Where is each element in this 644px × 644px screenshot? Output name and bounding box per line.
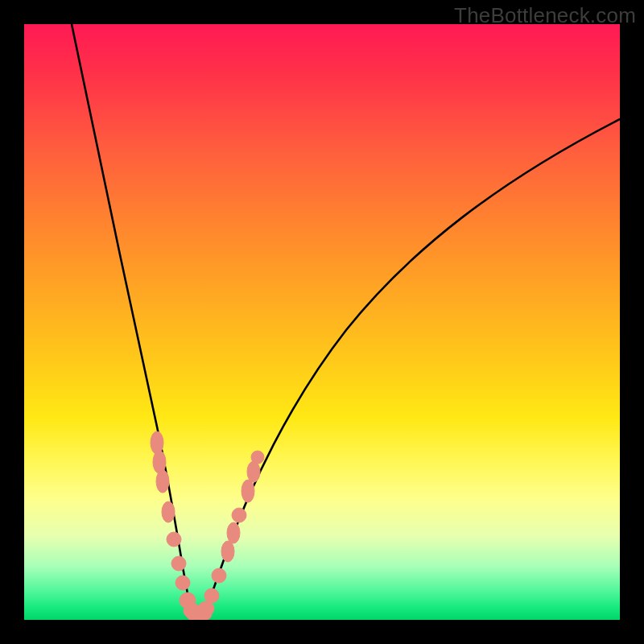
curve-layer [24, 24, 620, 620]
marker-dot [167, 532, 181, 547]
marker-dot [227, 522, 240, 543]
marker-dot [212, 568, 226, 583]
marker-dot [221, 541, 234, 562]
outer-frame: TheBottleneck.com [0, 0, 644, 644]
curve-right [203, 119, 620, 620]
marker-dot [247, 461, 260, 482]
marker-dot [204, 588, 219, 603]
marker-dot [251, 451, 264, 464]
curve-left [72, 24, 193, 620]
marker-dot [156, 470, 169, 493]
marker-dot [175, 576, 190, 590]
marker-dot [151, 431, 163, 454]
watermark-text: TheBottleneck.com [454, 3, 636, 28]
marker-group [151, 431, 264, 620]
marker-dot [171, 556, 186, 571]
marker-dot [198, 601, 214, 616]
marker-dot [162, 502, 175, 522]
marker-dot [242, 480, 254, 502]
plot-area [24, 24, 620, 620]
marker-dot [232, 508, 246, 522]
